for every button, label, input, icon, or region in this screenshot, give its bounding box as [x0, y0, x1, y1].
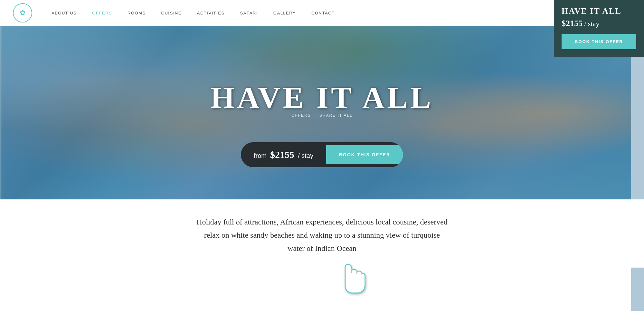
panel-price-value: $2155	[562, 19, 582, 28]
hero-section: HAVE IT ALL OFFERS › SHARE IT ALL from $…	[0, 0, 644, 206]
panel-title: HAVE IT ALL	[562, 6, 636, 16]
nav-contact[interactable]: CONTACT	[311, 11, 335, 15]
from-label: from	[254, 152, 267, 159]
price-bar-value: $2155	[270, 149, 294, 160]
nav-activities[interactable]: ACTIVITIES	[197, 11, 225, 15]
nav-about-us[interactable]: ABOUT US	[52, 11, 77, 15]
navigation: ABOUT US OFFERS ROOMS CUISINE ACTIVITIES…	[52, 11, 631, 15]
price-bar-suffix: / stay	[298, 152, 313, 159]
panel-price-label: / stay	[584, 20, 600, 28]
panel-book-button[interactable]: BOOK THIS OFFER	[562, 34, 636, 49]
logo-icon: ✿	[20, 9, 25, 17]
nav-cuisine[interactable]: CUISINE	[161, 11, 182, 15]
nav-safari[interactable]: SAFARI	[240, 11, 258, 15]
price-bar-book-button[interactable]: BOOK THIS OFFER	[326, 145, 403, 164]
breadcrumb: OFFERS › SHARE IT ALL	[291, 113, 353, 118]
hero-title: HAVE IT ALL	[211, 80, 434, 115]
breadcrumb-offers: OFFERS	[291, 113, 311, 118]
price-bar-text: from $2155 / stay	[241, 142, 326, 167]
nav-rooms[interactable]: ROOMS	[128, 11, 146, 15]
breadcrumb-separator: ›	[314, 113, 316, 118]
description-section: Holiday full of attractions, African exp…	[0, 199, 644, 268]
breadcrumb-current: SHARE IT ALL	[319, 113, 353, 118]
logo[interactable]: ✿	[13, 3, 32, 23]
panel-price: $2155 / stay	[562, 19, 636, 28]
right-strip	[631, 26, 644, 311]
nav-offers[interactable]: OFFERS	[92, 11, 112, 15]
header: ✿ ABOUT US OFFERS ROOMS CUISINE ACTIVITI…	[0, 0, 644, 26]
nav-gallery[interactable]: GALLERY	[273, 11, 296, 15]
description-text: Holiday full of attractions, African exp…	[196, 215, 448, 255]
price-bar: from $2155 / stay BOOK THIS OFFER	[241, 142, 403, 167]
offer-panel: HAVE IT ALL $2155 / stay BOOK THIS OFFER	[554, 0, 644, 57]
